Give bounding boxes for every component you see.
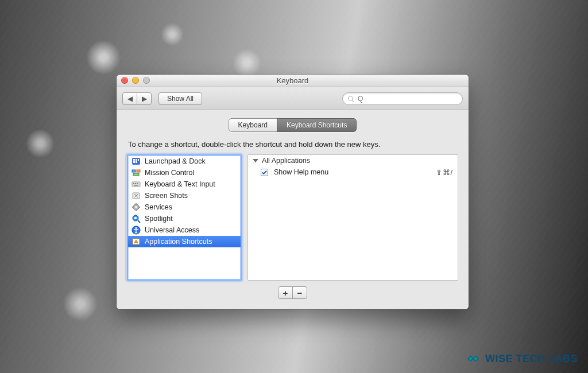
toolbar: ◀ ▶ Show All — [117, 87, 469, 110]
app-shortcuts-icon — [131, 237, 141, 246]
svg-rect-5 — [138, 159, 139, 161]
back-button[interactable]: ◀ — [122, 92, 137, 105]
search-input[interactable] — [358, 95, 458, 103]
spotlight-icon — [131, 214, 141, 223]
svg-rect-11 — [132, 182, 140, 187]
svg-rect-3 — [133, 159, 135, 161]
panes: Launchpad & Dock Mission Control Keyboar… — [127, 154, 458, 281]
window-title: Keyboard — [277, 76, 309, 85]
shortcut-row[interactable]: Show Help menu ⇧⌘/ — [248, 166, 458, 178]
services-icon — [131, 203, 141, 212]
group-label: All Applications — [262, 157, 310, 165]
instruction-text: To change a shortcut, double-click the s… — [128, 140, 457, 149]
category-mission-control[interactable]: Mission Control — [128, 167, 241, 178]
category-label: Services — [145, 203, 172, 211]
tab-keyboard[interactable]: Keyboard — [229, 118, 277, 132]
shortcut-label: Show Help menu — [274, 168, 436, 176]
close-button[interactable] — [121, 77, 128, 84]
category-universal-access[interactable]: Universal Access — [128, 224, 241, 236]
category-label: Launchpad & Dock — [145, 157, 206, 165]
category-label: Universal Access — [145, 226, 199, 234]
plus-icon: + — [283, 288, 288, 298]
chevron-left-icon: ◀ — [127, 95, 133, 103]
category-label: Screen Shots — [145, 192, 188, 200]
group-row[interactable]: All Applications — [248, 155, 458, 166]
universal-access-icon — [131, 226, 141, 235]
add-button[interactable]: + — [278, 286, 293, 299]
category-label: Keyboard & Text Input — [145, 180, 215, 188]
chevron-right-icon: ▶ — [142, 95, 147, 103]
svg-point-18 — [135, 206, 137, 208]
watermark-text: WISE TECH LABS — [485, 353, 578, 365]
svg-rect-4 — [136, 159, 137, 161]
nav-seg: ◀ ▶ — [122, 92, 152, 105]
tab-label: Keyboard Shortcuts — [287, 121, 347, 129]
content: Keyboard Keyboard Shortcuts To change a … — [117, 110, 469, 309]
search-field[interactable] — [342, 92, 463, 105]
category-spotlight[interactable]: Spotlight — [128, 213, 241, 224]
disclosure-triangle-icon[interactable] — [253, 159, 258, 162]
remove-button[interactable]: − — [292, 286, 307, 299]
category-label: Application Shortcuts — [145, 238, 212, 246]
svg-rect-6 — [133, 161, 135, 163]
titlebar[interactable]: Keyboard — [117, 75, 469, 87]
category-list[interactable]: Launchpad & Dock Mission Control Keyboar… — [127, 154, 242, 281]
search-icon — [347, 95, 354, 102]
screenshot-icon — [131, 191, 141, 200]
category-application-shortcuts[interactable]: Application Shortcuts — [128, 236, 241, 247]
forward-button[interactable]: ▶ — [137, 92, 152, 105]
svg-point-27 — [136, 227, 137, 229]
tab-bar: Keyboard Keyboard Shortcuts — [127, 118, 458, 132]
svg-rect-8 — [132, 170, 136, 172]
mission-control-icon — [131, 168, 141, 177]
minimize-button[interactable] — [132, 77, 139, 84]
show-all-button[interactable]: Show All — [158, 92, 202, 105]
category-label: Spotlight — [145, 215, 173, 223]
svg-rect-10 — [133, 173, 139, 176]
category-label: Mission Control — [145, 169, 194, 177]
tab-label: Keyboard — [238, 121, 268, 129]
tab-keyboard-shortcuts[interactable]: Keyboard Shortcuts — [277, 118, 357, 132]
zoom-button[interactable] — [143, 77, 150, 84]
svg-rect-12 — [133, 183, 134, 184]
svg-rect-15 — [134, 185, 138, 186]
category-screen-shots[interactable]: Screen Shots — [128, 190, 241, 201]
window-controls — [121, 77, 150, 84]
watermark: WISE TECH LABS — [466, 351, 578, 366]
svg-point-0 — [349, 96, 353, 100]
keyboard-text-icon — [131, 180, 141, 189]
svg-point-25 — [134, 217, 137, 219]
shortcut-list[interactable]: All Applications Show Help menu ⇧⌘/ — [247, 154, 458, 281]
enable-checkbox[interactable] — [261, 169, 268, 176]
svg-rect-13 — [135, 183, 136, 184]
svg-line-24 — [138, 220, 140, 223]
svg-rect-14 — [137, 183, 138, 184]
svg-rect-7 — [136, 161, 137, 163]
minus-icon: − — [297, 288, 303, 298]
show-all-label: Show All — [167, 95, 194, 103]
shortcut-keys[interactable]: ⇧⌘/ — [436, 168, 453, 177]
launchpad-icon — [131, 157, 141, 166]
svg-line-1 — [352, 100, 354, 102]
preferences-window: Keyboard ◀ ▶ Show All Keyboard — [117, 75, 469, 309]
category-launchpad-dock[interactable]: Launchpad & Dock — [128, 156, 241, 167]
svg-rect-9 — [137, 170, 140, 172]
category-services[interactable]: Services — [128, 201, 241, 213]
add-remove-controls: + − — [127, 286, 458, 299]
category-keyboard-text[interactable]: Keyboard & Text Input — [128, 178, 241, 190]
